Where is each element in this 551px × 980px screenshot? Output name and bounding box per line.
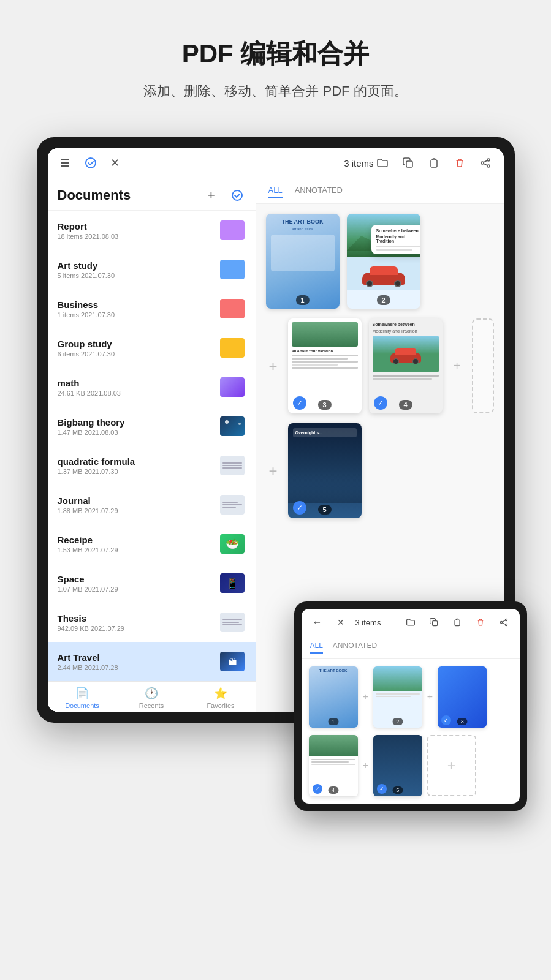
folder-info: Art study 5 items 2021.07.30 bbox=[58, 260, 219, 279]
second-share-icon[interactable] bbox=[495, 614, 512, 631]
second-screen: ← ✕ 3 items bbox=[302, 609, 520, 804]
add-page-button[interactable]: + bbox=[427, 735, 476, 796]
second-copy-icon[interactable] bbox=[425, 614, 443, 631]
small-pdf-page-5[interactable]: 5 bbox=[373, 735, 422, 796]
toolbar-items-count: 3 items bbox=[344, 158, 373, 168]
small-pdf-page-4[interactable]: 4 bbox=[309, 735, 358, 796]
svg-point-16 bbox=[505, 624, 507, 625]
folder-thumb: 🥗 bbox=[219, 530, 246, 557]
recents-icon: 🕐 bbox=[145, 687, 158, 700]
folder-info: Bigbang theory 1.47 MB 2021.08.03 bbox=[58, 417, 219, 436]
second-folder-icon[interactable] bbox=[402, 614, 419, 631]
folder-meta: 1.88 MB 2021.07.29 bbox=[58, 507, 219, 514]
sidebar-list: Report 18 items 2021.08.03 Art study bbox=[48, 211, 256, 681]
folder-meta: 1.47 MB 2021.08.03 bbox=[58, 429, 219, 436]
folder-item-bigbang[interactable]: Bigbang theory 1.47 MB 2021.08.03 bbox=[48, 407, 256, 446]
add-icon[interactable]: + bbox=[203, 187, 220, 204]
folder-info: Report 18 items 2021.08.03 bbox=[58, 221, 219, 240]
duplicate-icon[interactable] bbox=[425, 154, 443, 172]
folder-thumb bbox=[219, 334, 246, 361]
pdf-pages-1: THE ART BOOK Art and travel 1 bbox=[266, 214, 494, 309]
top-toolbar: ✕ 3 items bbox=[48, 148, 504, 178]
tab-all[interactable]: ALL bbox=[268, 186, 283, 198]
pdf-page-1[interactable]: THE ART BOOK Art and travel 1 bbox=[266, 214, 340, 309]
delete-icon[interactable] bbox=[451, 154, 468, 172]
svg-rect-13 bbox=[455, 620, 460, 626]
close-icon[interactable]: ✕ bbox=[107, 154, 124, 172]
second-close-icon[interactable]: ✕ bbox=[332, 614, 349, 631]
folder-item-group-study[interactable]: Group study 6 items 2021.07.30 bbox=[48, 328, 256, 368]
nav-item-documents[interactable]: 📄 Documents bbox=[48, 687, 117, 709]
folder-info: math 24.61 KB 2021.08.03 bbox=[58, 378, 219, 397]
pdf-page-4[interactable]: Somewhere between Modernity and Traditio… bbox=[369, 318, 443, 413]
sidebar-check-icon[interactable] bbox=[229, 187, 246, 204]
tab-annotated[interactable]: ANNOTATED bbox=[295, 186, 343, 198]
folder-meta: 942.09 KB 2021.07.29 bbox=[58, 625, 219, 632]
small-checkmark-3 bbox=[441, 715, 451, 725]
toolbar-right bbox=[374, 154, 494, 172]
folder-thumb bbox=[219, 491, 246, 518]
second-toolbar: ← ✕ 3 items bbox=[302, 609, 520, 636]
folder-item-art-travel[interactable]: Art Travel 2.44 MB 2021.07.28 🏔 bbox=[48, 642, 256, 681]
small-pdf-page-1[interactable]: THE ART BOOK 1 bbox=[309, 666, 358, 728]
second-tab-all[interactable]: ALL bbox=[310, 641, 323, 654]
folder-thumb bbox=[219, 217, 246, 244]
folder-item-thesis[interactable]: Thesis 942.09 KB 2021.07.29 bbox=[48, 603, 256, 642]
folder-item-receipe[interactable]: Receipe 1.53 MB 2021.07.29 🥗 bbox=[48, 524, 256, 564]
folder-item-journal[interactable]: Journal 1.88 MB 2021.07.29 bbox=[48, 485, 256, 524]
grid-row-1: THE ART BOOK Art and travel 1 bbox=[266, 214, 494, 309]
nav-item-recents[interactable]: 🕐 Recents bbox=[117, 687, 186, 709]
folder-thumb bbox=[219, 609, 246, 636]
second-delete-icon[interactable] bbox=[472, 614, 489, 631]
share-icon[interactable] bbox=[477, 154, 494, 172]
folder-thumb: 📱 bbox=[219, 570, 246, 597]
second-grid: THE ART BOOK 1 + 2 + bbox=[302, 659, 520, 804]
menu-icon[interactable] bbox=[58, 154, 75, 172]
folder-thumb bbox=[219, 295, 246, 322]
folder-item-space[interactable]: Space 1.07 MB 2021.07.29 📱 bbox=[48, 564, 256, 603]
folder-name: Art study bbox=[58, 260, 219, 271]
folder-info: quadratic formula 1.37 MB 2021.07.30 bbox=[58, 456, 219, 475]
svg-point-3 bbox=[86, 158, 96, 168]
plus-row3: + bbox=[266, 462, 281, 480]
folder-meta: 6 items 2021.07.30 bbox=[58, 350, 219, 358]
svg-line-18 bbox=[502, 623, 505, 624]
pdf-page-3[interactable]: All About Your Vacation bbox=[288, 318, 362, 413]
folder-name: math bbox=[58, 378, 219, 388]
small-checkmark-5 bbox=[377, 784, 387, 794]
folder-item-quadratic[interactable]: quadratic formula 1.37 MB 2021.07.30 bbox=[48, 446, 256, 485]
folder-info: Space 1.07 MB 2021.07.29 bbox=[58, 574, 219, 593]
second-filter-tabs: ALL ANNOTATED bbox=[302, 636, 520, 659]
folder-icon[interactable] bbox=[374, 154, 391, 172]
small-pdf-page-3[interactable]: 3 bbox=[438, 666, 487, 728]
pdf-page-5[interactable]: Overnight s... 5 bbox=[288, 423, 362, 518]
copy-icon[interactable] bbox=[400, 154, 417, 172]
folder-item-art-study[interactable]: Art study 5 items 2021.07.30 bbox=[48, 250, 256, 289]
folder-item-business[interactable]: Business 1 items 2021.07.30 bbox=[48, 289, 256, 328]
folder-name: Space bbox=[58, 574, 219, 584]
folder-info: Receipe 1.53 MB 2021.07.29 bbox=[58, 535, 219, 554]
pdf-page-2[interactable]: Somewhere between Modernity and Traditio… bbox=[347, 214, 420, 309]
folder-meta: 1.37 MB 2021.07.30 bbox=[58, 468, 219, 475]
folder-item-math[interactable]: math 24.61 KB 2021.08.03 bbox=[48, 368, 256, 407]
second-row-2: 4 + 5 + bbox=[309, 735, 512, 796]
page-badge-5: 5 bbox=[317, 505, 331, 514]
second-back-icon[interactable]: ← bbox=[309, 614, 326, 631]
folder-info: Group study 6 items 2021.07.30 bbox=[58, 339, 219, 358]
svg-point-11 bbox=[232, 190, 242, 200]
nav-item-favorites[interactable]: ⭐ Favorites bbox=[186, 687, 256, 709]
page-subtitle: 添加、删除、移动、简单合并 PDF 的页面。 bbox=[143, 82, 407, 100]
second-tab-annotated[interactable]: ANNOTATED bbox=[333, 641, 377, 654]
checkmark-4 bbox=[374, 396, 387, 410]
folder-info: Business 1 items 2021.07.30 bbox=[58, 300, 219, 318]
pdf-pages-2: All About Your Vacation bbox=[288, 318, 443, 413]
folder-info: Journal 1.88 MB 2021.07.29 bbox=[58, 496, 219, 514]
folder-meta: 1.53 MB 2021.07.29 bbox=[58, 546, 219, 554]
documents-icon: 📄 bbox=[75, 687, 89, 700]
second-duplicate-icon[interactable] bbox=[449, 614, 466, 631]
small-plus-1: + bbox=[363, 692, 368, 703]
check-icon[interactable] bbox=[82, 154, 99, 172]
small-plus-3: + bbox=[363, 760, 368, 771]
small-pdf-page-2[interactable]: 2 bbox=[373, 666, 422, 728]
folder-item-report[interactable]: Report 18 items 2021.08.03 bbox=[48, 211, 256, 250]
